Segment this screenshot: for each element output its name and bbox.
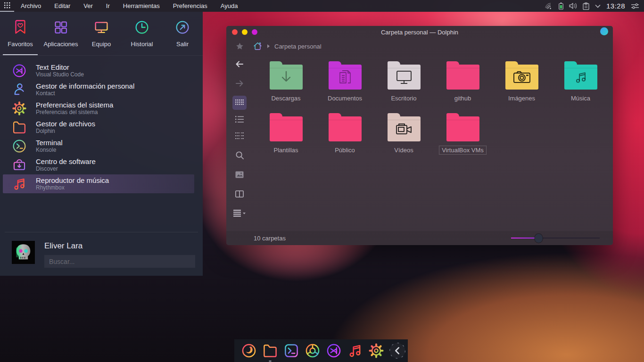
star-icon — [236, 42, 244, 50]
split-view-button[interactable] — [232, 187, 247, 201]
app-subtitle: Dolphin — [36, 128, 95, 135]
app-item-preferencias[interactable]: Preferencias del sistema Preferencias de… — [0, 99, 203, 118]
dock-file-manager[interactable] — [259, 339, 281, 362]
menu-herramientas[interactable]: Herramientas — [116, 0, 166, 12]
forward-button[interactable] — [232, 76, 247, 90]
dock-vscode[interactable] — [323, 339, 344, 362]
folder-descargas[interactable]: Descargas — [256, 59, 315, 111]
home-icon — [253, 41, 263, 51]
breadcrumb[interactable]: Carpeta personal — [253, 41, 322, 51]
folder-label: github — [452, 94, 474, 103]
folder-label: Descargas — [268, 94, 303, 103]
breadcrumb-location: Carpeta personal — [274, 43, 322, 50]
slider-handle[interactable] — [535, 234, 543, 243]
dock-terminal[interactable] — [281, 339, 302, 362]
app-title: Reproductor de música — [36, 176, 109, 184]
window-menu-button[interactable] — [600, 27, 608, 35]
menu-archivo[interactable]: Archivo — [14, 0, 48, 12]
hamburger-menu-button[interactable] — [232, 206, 247, 220]
folder-escritorio[interactable]: Escritorio — [374, 59, 433, 111]
tab-aplicaciones[interactable]: Aplicaciones — [41, 18, 81, 55]
vscode-icon — [11, 63, 27, 79]
dock-settings[interactable] — [365, 339, 387, 362]
folder-label: Vídeos — [391, 146, 416, 155]
network-icon[interactable] — [545, 2, 553, 9]
menu-preferencias[interactable]: Preferencias — [166, 0, 214, 12]
panel-settings-icon[interactable] — [631, 3, 639, 9]
video-camera-glyph — [395, 123, 413, 136]
hamburger-menu-icon — [233, 209, 246, 217]
app-item-text-editor[interactable]: Text Editor Visual Studio Code — [0, 61, 203, 80]
split-view-icon — [235, 190, 244, 197]
folder-plantillas[interactable]: Plantillas — [256, 111, 315, 163]
app-item-discover[interactable]: Centro de software Discover — [0, 156, 203, 174]
app-item-konsole[interactable]: Terminal Konsole — [0, 137, 203, 156]
dock-chromium[interactable] — [302, 339, 323, 362]
app-launcher-button[interactable] — [0, 0, 14, 12]
logout-icon — [173, 18, 191, 36]
dock-collapse[interactable] — [387, 339, 408, 362]
avatar[interactable] — [12, 241, 35, 264]
tab-equipo[interactable]: Equipo — [81, 18, 122, 55]
folder-documentos[interactable]: Documentos — [315, 59, 374, 111]
tab-label: Equipo — [92, 41, 111, 48]
volume-icon[interactable] — [569, 2, 577, 9]
app-subtitle: Rhythmbox — [36, 185, 109, 191]
dock-firefox[interactable] — [238, 339, 259, 362]
favorites-list: Text Editor Visual Studio Code Gestor de… — [0, 56, 203, 193]
icons-view-button[interactable] — [232, 96, 247, 110]
app-item-kontact[interactable]: Gestor de información personal Kontact — [0, 80, 203, 99]
menu-ver[interactable]: Ver — [77, 0, 99, 12]
bookmark-star-button[interactable] — [226, 42, 253, 50]
back-button[interactable] — [232, 57, 247, 71]
clipboard-icon[interactable] — [583, 2, 589, 10]
tab-historial[interactable]: Historial — [122, 18, 162, 55]
titlebar[interactable]: Carpeta personal — Dolphin — [226, 26, 613, 38]
expand-chevron-icon[interactable] — [595, 4, 601, 8]
preview-button[interactable] — [232, 167, 247, 181]
app-item-dolphin[interactable]: Gestor de archivos Dolphin — [0, 118, 203, 137]
tab-favoritos[interactable]: Favoritos — [0, 18, 41, 55]
battery-icon[interactable] — [559, 2, 563, 10]
divider — [5, 232, 198, 232]
side-toolbar — [226, 54, 253, 231]
camera-glyph — [513, 70, 531, 84]
app-subtitle: Discover — [36, 166, 96, 173]
running-indicator — [269, 361, 271, 362]
app-subtitle: Konsole — [36, 147, 63, 154]
folder-label: Música — [568, 94, 593, 103]
dock-music-player[interactable] — [344, 339, 365, 362]
folder-musica[interactable]: Música — [551, 59, 610, 111]
minimize-button[interactable] — [242, 29, 248, 35]
folder-virtualbox-vms[interactable]: VirtualBox VMs — [433, 111, 492, 163]
tab-label: Salir — [176, 41, 189, 48]
chromium-icon — [304, 342, 321, 359]
list-view-button[interactable] — [232, 112, 247, 126]
zoom-slider[interactable] — [511, 233, 600, 243]
search-input[interactable] — [44, 255, 195, 268]
folder-publico[interactable]: Público — [315, 111, 374, 163]
app-title: Terminal — [36, 139, 63, 147]
menu-editar[interactable]: Editar — [48, 0, 77, 12]
app-subtitle: Kontact — [36, 90, 134, 97]
search-button[interactable] — [232, 148, 247, 162]
folder-label: Plantillas — [271, 146, 301, 155]
compact-view-button[interactable] — [232, 129, 247, 143]
maximize-button[interactable] — [252, 29, 257, 35]
tab-salir[interactable]: Salir — [162, 18, 203, 55]
arrow-left-icon — [235, 59, 244, 69]
folder-label: Imágenes — [505, 94, 538, 103]
tab-label: Aplicaciones — [44, 41, 78, 48]
compact-view-icon — [235, 132, 244, 140]
gear-icon — [368, 342, 385, 359]
app-title: Centro de software — [36, 157, 96, 165]
folder-imagenes[interactable]: Imágenes — [492, 59, 551, 111]
clock[interactable]: 13:28 — [606, 2, 625, 10]
folder-github[interactable]: github — [433, 59, 492, 111]
close-button[interactable] — [232, 29, 238, 35]
app-item-rhythmbox[interactable]: Reproductor de música Rhythmbox — [3, 174, 194, 193]
menu-ir[interactable]: Ir — [99, 0, 116, 12]
folder-videos[interactable]: Vídeos — [374, 111, 433, 163]
folder-icon — [262, 342, 279, 359]
menu-ayuda[interactable]: Ayuda — [214, 0, 245, 12]
